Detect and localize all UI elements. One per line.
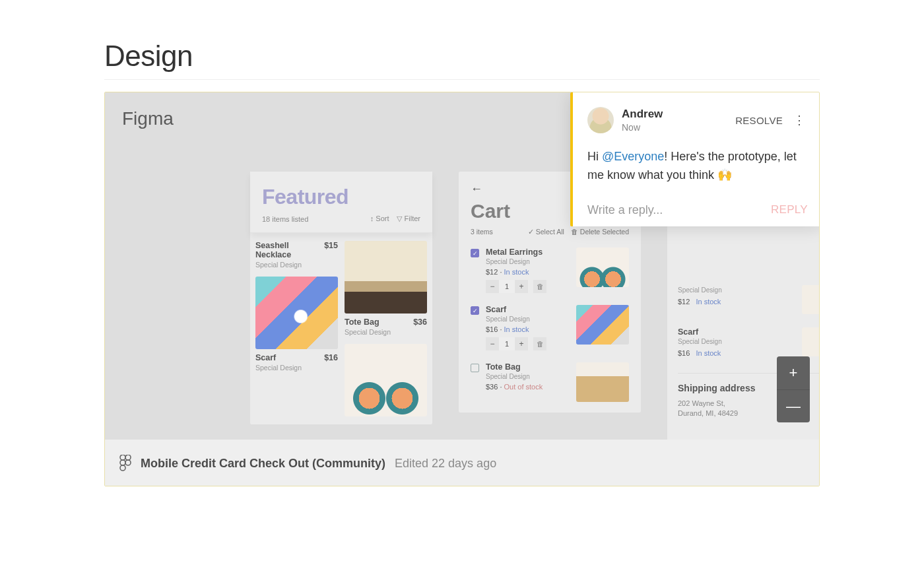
reply-button[interactable]: REPLY <box>771 203 808 216</box>
page-title: Design <box>104 40 820 73</box>
cart-item-price: $16 <box>486 325 498 333</box>
zoom-controls: + — <box>777 356 810 422</box>
cart-item-price: $36 <box>486 383 498 391</box>
sort-button[interactable]: ↕ Sort <box>370 214 389 223</box>
cart-item-sub: Special Design <box>486 373 570 380</box>
order-product-name: Scarf <box>678 327 795 337</box>
comment-body: Hi @Everyone! Here's the prototype, let … <box>587 148 808 185</box>
product-name: Tote Bag <box>345 317 380 327</box>
back-arrow-icon[interactable]: ← <box>471 182 482 196</box>
cart-item: ✓ Scarf Special Design $16 · In stock − … <box>471 305 629 350</box>
featured-title: Featured <box>262 185 420 209</box>
order-product-price: $12 <box>678 298 690 306</box>
avatar <box>587 107 614 133</box>
select-all-button[interactable]: ✓ Select All <box>528 228 564 236</box>
cart-item-image <box>576 305 629 345</box>
cart-item-image <box>576 362 629 402</box>
comment-time: Now <box>622 122 727 133</box>
product-seashell[interactable]: Seashell Necklace $15 Special Design <box>255 241 338 269</box>
product-sub: Special Design <box>345 328 427 336</box>
order-product-image <box>802 327 819 356</box>
product-name: Scarf <box>255 353 276 362</box>
qty-minus-button[interactable]: − <box>486 337 499 350</box>
checkbox-icon[interactable]: ✓ <box>471 306 479 315</box>
cart-item-name: Tote Bag <box>486 362 570 372</box>
cart-item: Tote Bag Special Design $36 · Out of sto… <box>471 362 629 402</box>
svg-point-4 <box>120 465 125 471</box>
more-menu-icon[interactable]: ⋮ <box>791 113 808 127</box>
product-image <box>255 277 338 349</box>
filter-button[interactable]: ▽ Filter <box>397 214 420 223</box>
trash-icon[interactable]: 🗑 <box>533 337 546 350</box>
qty-plus-button[interactable]: + <box>515 337 528 350</box>
cart-item-stock: Out of stock <box>504 383 543 391</box>
qty-value: 1 <box>499 337 515 350</box>
qty-value: 1 <box>499 280 515 293</box>
delete-selected-button[interactable]: 🗑 Delete Selected <box>571 228 629 236</box>
product-price: $16 <box>324 353 338 362</box>
cart-item-name: Scarf <box>486 305 570 314</box>
order-product-sub: Special Design <box>678 338 795 345</box>
qty-plus-button[interactable]: + <box>515 280 528 293</box>
cart-item-price: $12 <box>486 268 498 276</box>
svg-point-3 <box>125 460 131 465</box>
cart-item-sub: Special Design <box>486 315 570 323</box>
reply-input[interactable]: Write a reply... <box>587 203 663 217</box>
product-price: $36 <box>413 317 427 327</box>
file-name[interactable]: Mobile Credit Card Check Out (Community) <box>141 457 385 471</box>
product-tote[interactable]: Tote Bag $36 Special Design <box>345 241 427 336</box>
order-product-stock: In stock <box>696 349 721 357</box>
mention[interactable]: @Everyone <box>602 150 664 163</box>
zoom-out-button[interactable]: — <box>777 389 810 422</box>
cart-item-sub: Special Design <box>486 258 570 265</box>
figma-logo-icon <box>119 455 131 472</box>
resolve-button[interactable]: RESOLVE <box>735 115 783 126</box>
featured-panel: Featured 18 items listed ↕ Sort ▽ Filter <box>250 172 432 424</box>
cart-item-image <box>576 248 629 287</box>
cart-count: 3 items <box>471 228 493 236</box>
embed-footer: Mobile Credit Card Check Out (Community)… <box>105 440 819 486</box>
checkbox-icon[interactable] <box>471 364 479 372</box>
order-product-image <box>802 285 819 314</box>
cart-item-stock: In stock <box>504 268 529 276</box>
featured-count: 18 items listed <box>262 215 308 223</box>
product-price: $15 <box>324 241 338 259</box>
product-scarf[interactable]: Scarf $16 Special Design <box>255 277 338 372</box>
product-image <box>345 241 427 314</box>
zoom-in-button[interactable]: + <box>777 356 810 389</box>
product-sub: Special Design <box>255 261 338 269</box>
featured-header: Featured 18 items listed ↕ Sort ▽ Filter <box>250 172 432 233</box>
order-product-sub: Special Design <box>678 286 795 294</box>
svg-point-0 <box>120 455 125 460</box>
figma-embed-card: Figma Featured 18 items listed ↕ Sort ▽ … <box>104 92 820 486</box>
qty-minus-button[interactable]: − <box>486 280 499 293</box>
cart-item-name: Metal Earrings <box>486 248 570 257</box>
trash-icon[interactable]: 🗑 <box>533 280 546 293</box>
product-image <box>345 344 427 416</box>
order-product-stock: In stock <box>696 298 721 306</box>
order-product-price: $16 <box>678 349 690 357</box>
product-name: Seashell Necklace <box>255 241 324 259</box>
product-earrings[interactable] <box>345 344 427 416</box>
order-product: Special Design $12 In stock <box>678 279 819 321</box>
divider <box>104 79 820 80</box>
comment-author: Andrew <box>622 108 727 121</box>
file-edited-label: Edited 22 days ago <box>395 457 496 471</box>
checkbox-icon[interactable]: ✓ <box>471 249 479 257</box>
figma-canvas[interactable]: Figma Featured 18 items listed ↕ Sort ▽ … <box>105 92 819 440</box>
cart-item-stock: In stock <box>504 325 529 333</box>
svg-point-1 <box>125 455 131 460</box>
product-sub: Special Design <box>255 364 338 372</box>
svg-point-2 <box>120 460 125 465</box>
comment-popover: Andrew Now RESOLVE ⋮ Hi @Everyone! Here'… <box>570 92 819 226</box>
canvas-app-label: Figma <box>122 108 174 129</box>
cart-item: ✓ Metal Earrings Special Design $12 · In… <box>471 248 629 293</box>
